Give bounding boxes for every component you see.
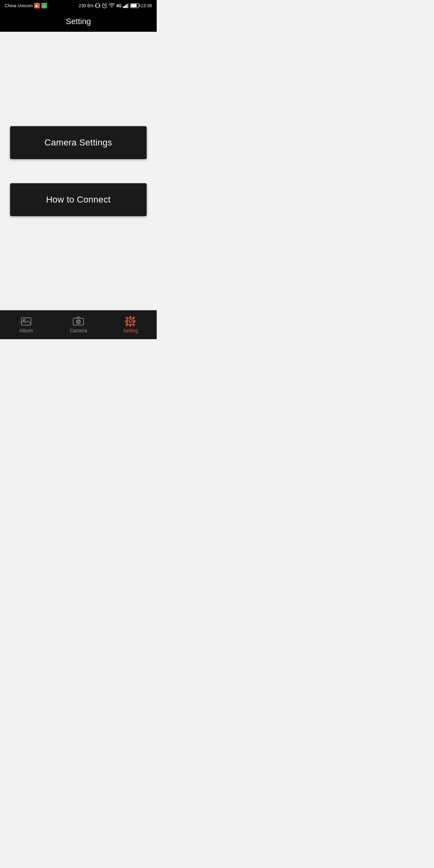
svg-line-7 xyxy=(106,3,106,4)
svg-rect-10 xyxy=(125,5,127,8)
svg-rect-8 xyxy=(123,6,124,8)
carrier-icon-2: ▪ xyxy=(41,3,47,8)
status-right: 230 B/s 4G xyxy=(79,3,152,8)
camera-icon xyxy=(73,316,84,326)
alarm-icon xyxy=(102,3,107,8)
battery-icon xyxy=(130,3,139,8)
svg-point-16 xyxy=(76,320,80,324)
svg-rect-11 xyxy=(127,4,128,8)
svg-rect-2 xyxy=(100,4,100,7)
svg-rect-15 xyxy=(73,318,84,325)
nav-tab-album[interactable]: Album xyxy=(0,316,52,334)
svg-point-18 xyxy=(129,319,132,323)
wifi-icon xyxy=(109,3,115,8)
nav-tab-setting[interactable]: Setting xyxy=(104,316,157,334)
svg-rect-1 xyxy=(95,4,96,7)
network-speed: 230 B/s xyxy=(79,3,94,8)
network-type: 4G xyxy=(116,4,121,8)
nav-label-camera: Camera xyxy=(70,328,87,334)
status-left: China Unicom ▶ ▪ xyxy=(5,3,47,8)
how-to-connect-button[interactable]: How to Connect xyxy=(10,183,147,216)
svg-point-17 xyxy=(78,321,80,323)
setting-icon xyxy=(125,316,136,326)
signal-icon xyxy=(123,3,129,8)
carrier-icon-1: ▶ xyxy=(34,3,40,8)
page-title: Setting xyxy=(66,17,91,26)
vibrate-icon xyxy=(95,3,100,8)
album-icon xyxy=(21,316,31,326)
nav-label-album: Album xyxy=(19,328,33,334)
bottom-nav: Album Camera xyxy=(0,310,157,339)
page-header: Setting xyxy=(0,11,157,32)
battery-fill xyxy=(131,4,137,7)
svg-rect-12 xyxy=(128,3,129,8)
nav-tab-camera[interactable]: Camera xyxy=(52,316,104,334)
svg-rect-9 xyxy=(124,6,125,8)
svg-rect-0 xyxy=(96,4,99,8)
time: 13:38 xyxy=(141,3,152,8)
main-content: Camera Settings How to Connect xyxy=(0,32,157,310)
camera-settings-button[interactable]: Camera Settings xyxy=(10,126,147,159)
carrier-name: China Unicom xyxy=(5,3,33,8)
status-bar: China Unicom ▶ ▪ 230 B/s 4G xyxy=(0,0,157,11)
svg-line-6 xyxy=(102,3,103,4)
nav-label-setting: Setting xyxy=(123,328,138,334)
